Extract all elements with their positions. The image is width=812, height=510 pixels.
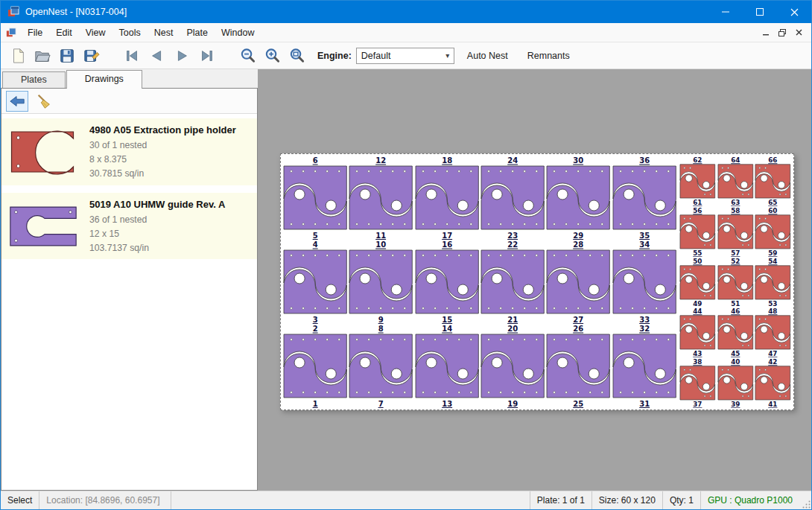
maximize-button[interactable] <box>743 1 777 23</box>
purple-part-pair[interactable]: 65 <box>282 156 348 240</box>
mdi-restore-button[interactable] <box>774 25 790 40</box>
go-next-button[interactable] <box>171 45 193 67</box>
purple-part-pair[interactable]: 3433 <box>612 240 677 324</box>
resize-grip-icon <box>802 500 811 509</box>
red-part-pair[interactable]: 6059 <box>754 206 792 257</box>
save-button[interactable] <box>56 45 78 67</box>
mdi-close-button[interactable] <box>790 25 807 40</box>
purple-part-pair[interactable]: 3029 <box>545 156 611 240</box>
menu-item-file[interactable]: File <box>21 25 49 41</box>
drawing-size: 12 x 15 <box>89 227 225 241</box>
menu-item-plate[interactable]: Plate <box>180 25 215 41</box>
plate[interactable]: 6512111817242330293635431091615222128273… <box>280 153 794 410</box>
menu-item-tools[interactable]: Tools <box>112 25 148 41</box>
status-mode: Select <box>1 491 39 509</box>
svg-text:37: 37 <box>693 401 702 408</box>
svg-text:31: 31 <box>639 400 650 408</box>
svg-text:57: 57 <box>731 249 740 257</box>
red-part-pair[interactable]: 4443 <box>679 307 717 357</box>
return-part-button[interactable] <box>6 91 28 112</box>
svg-text:32: 32 <box>639 325 650 334</box>
close-button[interactable] <box>777 1 811 23</box>
svg-text:23: 23 <box>507 232 518 240</box>
purple-part-pair[interactable]: 87 <box>348 324 413 408</box>
purple-part-pair[interactable]: 43 <box>282 240 348 324</box>
svg-text:35: 35 <box>639 232 650 240</box>
mdi-document-icon[interactable] <box>6 28 16 38</box>
engine-select[interactable]: Default ▾ <box>356 48 454 64</box>
red-part-pair[interactable]: 4241 <box>754 357 792 408</box>
zoom-fit-button[interactable] <box>285 45 308 67</box>
purple-part-pair[interactable]: 2625 <box>545 324 611 408</box>
tab-drawings[interactable]: Drawings <box>66 70 142 89</box>
purple-part-pair[interactable]: 2221 <box>480 240 545 324</box>
nest-canvas[interactable]: 6512111817242330293635431091615222128273… <box>258 69 811 491</box>
purple-part-pair[interactable]: 2827 <box>545 240 611 324</box>
red-part-pair[interactable]: 4847 <box>754 307 792 357</box>
minimize-button[interactable] <box>708 1 743 23</box>
open-button[interactable] <box>31 45 54 67</box>
drawings-toolbar <box>1 89 257 114</box>
close-icon <box>790 8 799 16</box>
go-last-button[interactable] <box>195 45 218 67</box>
purple-part-pair[interactable]: 3635 <box>612 156 677 240</box>
new-button[interactable] <box>7 45 29 67</box>
svg-text:38: 38 <box>693 358 702 366</box>
svg-text:54: 54 <box>769 258 778 265</box>
red-part-pair[interactable]: 5251 <box>717 257 755 307</box>
purple-part-pair[interactable]: 2423 <box>480 156 545 240</box>
drawing-item-uhmw-guide[interactable]: 5019 A10 UHMW guide Rev. A 36 of 1 neste… <box>1 193 257 260</box>
zoom-out-button[interactable] <box>236 45 258 67</box>
purple-part-pair[interactable]: 1817 <box>414 156 480 240</box>
drawings-panel: 4980 A05 Extraction pipe holder 30 of 1 … <box>1 88 258 491</box>
menu-item-window[interactable]: Window <box>215 25 261 41</box>
menu-item-view[interactable]: View <box>79 25 112 41</box>
drawing-item-pipe-holder[interactable]: 4980 A05 Extraction pipe holder 30 of 1 … <box>1 118 257 185</box>
red-part-pair[interactable]: 6665 <box>754 156 792 206</box>
save-as-button[interactable] <box>80 45 103 67</box>
red-part-pair[interactable]: 6463 <box>717 156 755 206</box>
svg-text:10: 10 <box>376 241 387 249</box>
purple-part-pair[interactable]: 21 <box>282 324 348 408</box>
red-part-pair[interactable]: 5049 <box>679 257 717 307</box>
purple-part-pair[interactable]: 3231 <box>612 324 677 408</box>
status-gpu: GPU : Quadro P1000 <box>700 491 799 509</box>
svg-text:7: 7 <box>378 400 384 408</box>
purple-part-pair[interactable]: 1413 <box>414 324 480 408</box>
red-part-pair[interactable]: 3837 <box>679 357 717 408</box>
titlebar[interactable]: OpenNest - [N0317-004] <box>1 1 811 23</box>
go-first-button[interactable] <box>121 45 144 67</box>
red-part-pair[interactable]: 5857 <box>717 206 755 257</box>
red-part-pair[interactable]: 5655 <box>679 206 717 257</box>
red-part-pair[interactable]: 5453 <box>754 257 792 307</box>
remnants-button[interactable]: Remnants <box>521 47 577 65</box>
menu-item-edit[interactable]: Edit <box>49 25 79 41</box>
resize-grip[interactable] <box>799 491 811 509</box>
svg-text:12: 12 <box>376 157 387 165</box>
svg-text:8: 8 <box>378 325 384 334</box>
menu-item-nest[interactable]: Nest <box>148 25 180 41</box>
auto-nest-button[interactable]: Auto Nest <box>460 47 515 65</box>
svg-text:19: 19 <box>507 400 518 408</box>
engine-value: Default <box>361 51 391 61</box>
purple-part-pair[interactable]: 1615 <box>414 240 480 324</box>
clear-parts-button[interactable] <box>33 91 55 112</box>
status-plate: Plate: 1 of 1 <box>530 491 591 509</box>
new-document-icon <box>10 48 26 64</box>
svg-text:40: 40 <box>731 358 740 366</box>
purple-part-pair[interactable]: 2019 <box>480 324 545 408</box>
purple-part-pair[interactable]: 1211 <box>348 156 413 240</box>
red-part-pair[interactable]: 4039 <box>717 357 755 408</box>
drawing-area: 103.7137 sq/in <box>89 241 225 255</box>
menubar: File Edit View Tools Nest Plate Window <box>1 23 811 42</box>
mdi-minimize-button[interactable] <box>758 25 774 40</box>
go-previous-button[interactable] <box>146 45 168 67</box>
svg-text:30: 30 <box>574 157 584 165</box>
zoom-in-button[interactable] <box>261 45 283 67</box>
red-part-pair[interactable]: 6261 <box>679 156 717 206</box>
tab-plates[interactable]: Plates <box>2 71 66 88</box>
red-part-pair[interactable]: 4645 <box>717 307 755 357</box>
status-qty: Qty: 1 <box>662 491 700 509</box>
svg-text:47: 47 <box>769 351 778 358</box>
purple-part-pair[interactable]: 109 <box>348 240 413 324</box>
